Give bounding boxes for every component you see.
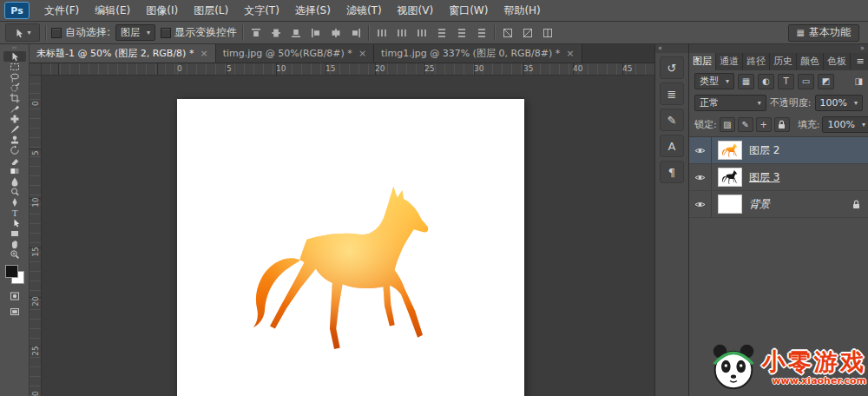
layer-thumbnail[interactable] <box>718 141 742 160</box>
3d-rotate-icon[interactable] <box>520 26 535 40</box>
distribute-left-edges-icon[interactable] <box>434 26 449 40</box>
shape-layers-filter-icon[interactable]: ▭ <box>798 74 814 89</box>
menu-edit[interactable]: 编辑(E) <box>87 1 138 21</box>
layer-visibility-toggle[interactable] <box>689 191 712 217</box>
tab-swatches[interactable]: 色板 <box>824 53 851 70</box>
tab-color[interactable]: 颜色 <box>797 53 824 70</box>
layer-row-background[interactable]: 背景 <box>689 191 868 218</box>
screen-mode-button[interactable] <box>3 307 26 317</box>
tab-paths[interactable]: 路径 <box>743 53 770 70</box>
ruler-origin[interactable] <box>30 63 42 76</box>
gradient-tool[interactable] <box>3 166 26 176</box>
workspace-switcher[interactable]: ▦ 基本功能 <box>788 24 859 42</box>
layer-filter-toggle-icon[interactable]: ◨ <box>855 76 863 86</box>
pen-tool[interactable] <box>3 197 26 208</box>
show-transform-controls-checkbox[interactable]: 显示变换控件 <box>161 25 237 40</box>
menu-type[interactable]: 文字(T) <box>236 1 287 21</box>
eraser-tool[interactable] <box>3 155 26 166</box>
type-tool[interactable]: T <box>3 208 26 218</box>
quick-mask-button[interactable] <box>3 291 26 301</box>
vertical-ruler[interactable]: 0 5 10 15 20 25 30 <box>30 75 42 396</box>
layer-visibility-toggle[interactable] <box>689 137 712 163</box>
collapse-dock-icon[interactable]: » <box>689 44 868 53</box>
clone-stamp-tool[interactable] <box>3 135 26 145</box>
align-bottom-edges-icon[interactable] <box>288 26 303 40</box>
distribute-right-edges-icon[interactable] <box>474 26 489 40</box>
path-selection-tool[interactable] <box>3 218 26 228</box>
layer-name[interactable]: 图层 3 <box>749 170 779 185</box>
photoshop-logo-icon[interactable]: Ps <box>4 2 30 19</box>
opacity-dropdown[interactable]: 100% ▾ <box>815 95 863 111</box>
layer-row-layer3[interactable]: 图层 3 <box>689 164 868 191</box>
document-tab-timg1[interactable]: timg1.jpg @ 337% (图层 0, RGB/8#) * × <box>374 44 582 63</box>
crop-tool[interactable] <box>3 93 26 103</box>
menu-file[interactable]: 文件(F) <box>36 1 87 21</box>
distribute-horizontal-centers-icon[interactable] <box>454 26 469 40</box>
current-tool-preset[interactable]: ▾ <box>5 23 40 42</box>
brush-panel-icon[interactable]: ✎ <box>660 109 684 131</box>
eyedropper-tool[interactable] <box>3 103 26 114</box>
zoom-tool[interactable] <box>3 249 26 260</box>
adjustment-layers-filter-icon[interactable]: ◐ <box>758 74 774 89</box>
blur-tool[interactable] <box>3 176 26 187</box>
brush-tool[interactable] <box>3 124 26 135</box>
distribute-top-edges-icon[interactable] <box>374 26 389 40</box>
lock-position-icon[interactable]: + <box>756 117 772 132</box>
pixel-layers-filter-icon[interactable]: ▦ <box>738 74 754 89</box>
dodge-tool[interactable] <box>3 187 26 197</box>
align-vertical-centers-icon[interactable] <box>268 26 283 40</box>
layer-visibility-toggle[interactable] <box>689 164 712 190</box>
paragraph-panel-icon[interactable]: ¶ <box>660 161 684 183</box>
menu-window[interactable]: 窗口(W) <box>441 1 496 21</box>
rectangular-marquee-tool[interactable] <box>3 62 26 72</box>
canvas[interactable] <box>177 99 524 396</box>
properties-panel-icon[interactable]: ≣ <box>660 82 684 105</box>
spot-healing-tool[interactable] <box>3 114 26 124</box>
3d-drag-icon[interactable] <box>540 26 555 40</box>
auto-select-target-dropdown[interactable]: 图层 ▾ <box>115 24 155 41</box>
layer-name[interactable]: 图层 2 <box>749 143 779 158</box>
foreground-color-swatch[interactable] <box>5 265 18 278</box>
menu-image[interactable]: 图像(I) <box>138 1 186 21</box>
blend-mode-dropdown[interactable]: 正常 ▾ <box>694 95 766 111</box>
type-layers-filter-icon[interactable]: T <box>778 74 794 89</box>
align-horizontal-centers-icon[interactable] <box>328 26 343 40</box>
auto-align-layers-icon[interactable] <box>500 26 515 40</box>
layer-row-layer2[interactable]: 图层 2 <box>689 137 868 164</box>
layer-name[interactable]: 背景 <box>749 197 770 212</box>
layer-filter-dropdown[interactable]: 类型 ▾ <box>694 73 734 89</box>
close-tab-icon[interactable]: × <box>566 48 574 59</box>
character-panel-icon[interactable]: A <box>660 135 684 157</box>
menu-view[interactable]: 视图(V) <box>390 1 442 21</box>
menu-help[interactable]: 帮助(H) <box>496 1 548 21</box>
align-top-edges-icon[interactable] <box>248 26 263 40</box>
close-tab-icon[interactable]: × <box>358 48 366 59</box>
align-right-edges-icon[interactable] <box>348 26 363 40</box>
lock-transparent-pixels-icon[interactable]: ▨ <box>720 117 735 132</box>
tab-channels[interactable]: 通道 <box>716 53 743 70</box>
close-tab-icon[interactable]: × <box>200 48 207 59</box>
hand-tool[interactable] <box>3 239 26 249</box>
move-tool[interactable] <box>3 51 26 62</box>
panel-menu-icon[interactable]: ≡ <box>852 53 868 70</box>
menu-filter[interactable]: 滤镜(T) <box>339 1 390 21</box>
document-tab-timg[interactable]: timg.jpg @ 50%(RGB/8#) * × <box>216 44 374 63</box>
menu-select[interactable]: 选择(S) <box>287 1 339 21</box>
tab-history[interactable]: 历史 <box>770 53 797 70</box>
tab-layers[interactable]: 图层 <box>689 53 716 70</box>
quick-selection-tool[interactable] <box>3 82 26 93</box>
distribute-vertical-centers-icon[interactable] <box>394 26 409 40</box>
align-left-edges-icon[interactable] <box>308 26 323 40</box>
history-panel-icon[interactable]: ↺ <box>660 56 684 79</box>
distribute-bottom-edges-icon[interactable] <box>414 26 429 40</box>
auto-select-checkbox[interactable]: 自动选择: <box>51 25 110 40</box>
rectangle-shape-tool[interactable] <box>3 228 26 239</box>
toolbar-grip[interactable]: ›› <box>12 44 17 51</box>
menu-layer[interactable]: 图层(L) <box>186 1 236 21</box>
horizontal-ruler[interactable]: 0 5 10 15 20 25 30 35 40 45 <box>41 63 654 76</box>
history-brush-tool[interactable] <box>3 145 26 155</box>
lock-image-pixels-icon[interactable]: ✎ <box>738 117 753 132</box>
expand-dock-icon[interactable]: « <box>655 44 688 53</box>
layer-thumbnail[interactable] <box>718 195 742 214</box>
lasso-tool[interactable] <box>3 72 26 82</box>
